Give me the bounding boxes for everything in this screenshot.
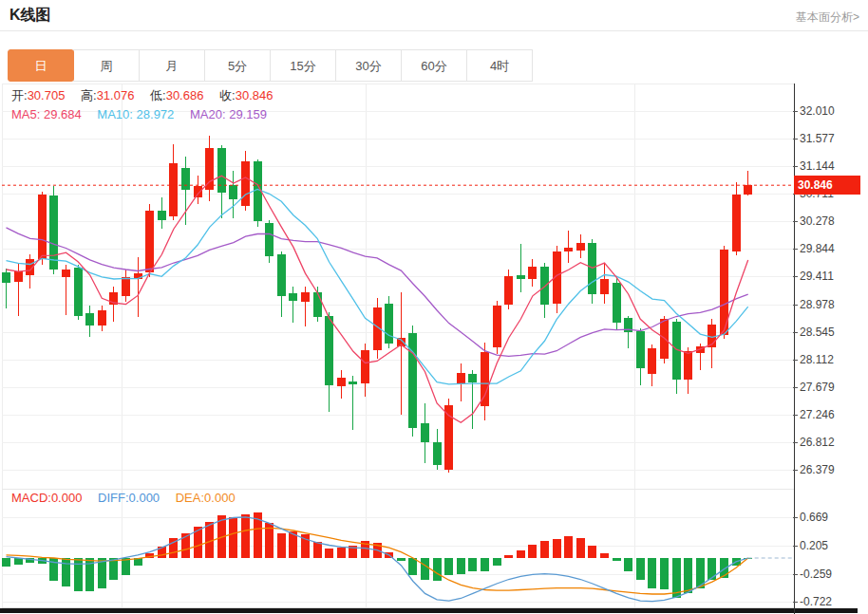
y-axis-tick	[793, 602, 798, 603]
candle	[696, 346, 705, 353]
macd-bar	[49, 558, 58, 581]
kline-chart: 开:30.705 高:31.076 低:30.686 收:30.846 MA5:…	[0, 0, 868, 614]
ma-legend: MA5: 29.684 MA10: 28.972 MA20: 29.159	[11, 107, 267, 121]
y-axis-tick	[793, 276, 798, 277]
candle	[708, 325, 716, 347]
pane-divider	[2, 489, 794, 490]
gridline	[2, 415, 794, 416]
macd-bar	[684, 558, 692, 593]
candle	[134, 273, 142, 279]
macd-bar	[38, 558, 47, 564]
diff-value: 0.000	[129, 491, 160, 505]
candle	[528, 267, 537, 279]
candle	[85, 313, 94, 326]
y-axis-tick	[793, 517, 798, 518]
candle	[49, 195, 58, 270]
macd-bar	[385, 552, 393, 558]
macd-bar	[553, 539, 561, 558]
macd-bar	[444, 558, 453, 575]
candle	[14, 271, 23, 282]
y-axis-label: -0.259	[800, 567, 832, 581]
gridline	[2, 221, 794, 222]
macd-bar	[277, 533, 286, 558]
macd-bar	[349, 546, 357, 558]
bottom-bar	[0, 608, 858, 613]
y-axis-label: 29.844	[800, 242, 835, 255]
y-axis-tick	[793, 387, 798, 388]
candle	[265, 223, 274, 256]
macd-bar	[613, 558, 621, 561]
candle	[74, 268, 83, 316]
candle	[408, 333, 417, 428]
macd-bar	[301, 534, 310, 558]
y-axis-tick	[793, 442, 798, 443]
candle	[169, 163, 178, 216]
candle	[361, 350, 369, 382]
macd-bar	[229, 517, 237, 558]
gridline	[2, 546, 794, 547]
gridline	[2, 602, 794, 603]
candle	[421, 423, 429, 442]
candle	[600, 279, 609, 293]
candle	[205, 148, 214, 190]
y-axis-tick	[793, 111, 798, 112]
candle	[433, 442, 442, 465]
y-axis-tick	[793, 574, 798, 575]
y-axis-tick	[793, 546, 798, 547]
candle	[540, 267, 549, 305]
candle	[744, 185, 752, 194]
macd-bar	[696, 558, 705, 588]
y-axis-label: 26.812	[800, 436, 835, 449]
macd-bar	[660, 558, 669, 589]
macd-bar	[421, 558, 429, 580]
gridline	[2, 442, 794, 443]
candle	[624, 318, 632, 332]
macd-bar	[158, 547, 166, 558]
macd-bar	[361, 541, 369, 558]
macd-bar	[588, 546, 596, 558]
candle	[181, 168, 190, 190]
macd-bar	[600, 553, 609, 558]
candle	[122, 277, 130, 296]
candle	[26, 259, 34, 275]
dea-value: 0.000	[204, 491, 236, 505]
gridline	[2, 139, 794, 140]
tab-day[interactable]: 日	[8, 49, 74, 82]
ma10-value: 28.972	[137, 107, 175, 121]
low-label: 低:	[150, 88, 166, 102]
y-axis-tick	[793, 221, 798, 222]
candle	[325, 316, 333, 385]
gridline	[366, 84, 367, 607]
y-axis-label: 0.205	[800, 539, 828, 552]
ohlc-legend: 开:30.705 高:31.076 低:30.686 收:30.846	[11, 87, 273, 104]
macd-bar	[576, 538, 585, 558]
macd-bar	[122, 558, 130, 575]
candle	[217, 148, 226, 193]
macd-bar	[26, 558, 34, 563]
candle	[289, 293, 297, 301]
macd-bar	[2, 558, 10, 567]
y-axis-tick	[793, 249, 798, 250]
candle-wick	[520, 244, 521, 291]
y-axis-label: -0.722	[800, 595, 832, 608]
candle	[2, 272, 10, 283]
y-axis-label: 30.278	[800, 214, 835, 228]
gridline	[2, 305, 794, 306]
macd-bar	[624, 558, 632, 571]
candle	[553, 251, 561, 304]
macd-bar	[14, 558, 23, 565]
candle	[444, 405, 453, 470]
macd-label: MACD:	[11, 491, 51, 505]
y-axis-label: 31.144	[800, 159, 835, 173]
current-price-marker: 30.846	[794, 176, 860, 195]
y-axis-tick	[793, 305, 798, 306]
candle	[588, 243, 596, 294]
ma5-label: MA5:	[11, 107, 40, 121]
candle-wick	[401, 292, 402, 415]
y-axis-tick	[793, 139, 798, 140]
macd-bar	[457, 558, 465, 574]
dea-label: DEA:	[176, 491, 204, 505]
macd-bar	[481, 558, 489, 571]
y-axis-tick	[793, 166, 798, 167]
macd-bar	[289, 531, 297, 558]
